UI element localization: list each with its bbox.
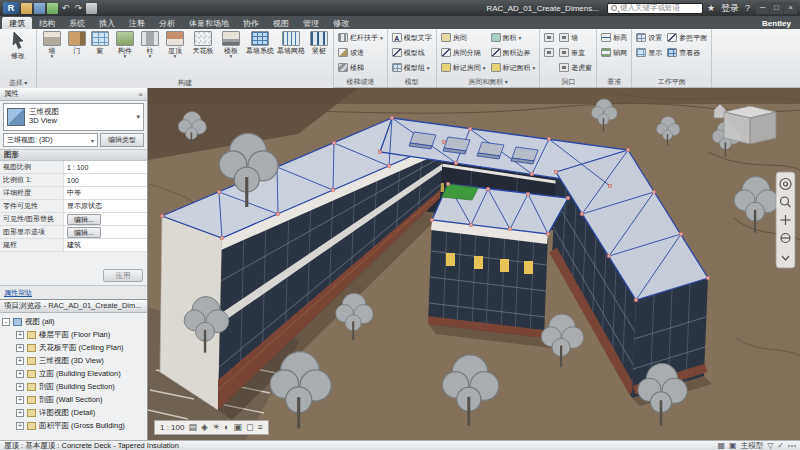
temporary-hide-icon[interactable]: ≡ [257,421,262,434]
expand-icon[interactable]: + [16,344,24,352]
panel-label-opening[interactable]: 洞口 [540,76,596,87]
by-face-opening-button[interactable] [542,30,556,45]
panel-label-room-area[interactable]: 房间和面积 [437,76,540,87]
mullion-button[interactable]: 竖梃 [307,30,331,76]
subscription-star-icon[interactable]: ★ [705,0,717,16]
properties-close-icon[interactable]: × [138,90,143,99]
column-button[interactable]: 柱 [139,30,161,76]
tab-annotate[interactable]: 注释 [122,17,152,29]
tree-root-views[interactable]: -视图 (all) [2,315,145,328]
tab-insert[interactable]: 插入 [92,17,122,29]
panel-label-select[interactable]: 选择 [0,77,36,88]
navigation-bar[interactable] [776,172,795,268]
window-button[interactable]: 窗 [89,30,111,76]
tree-item-area-plan[interactable]: +面积平面 (Gross Building) [2,419,145,432]
show-workplane-button[interactable]: 显示 [634,45,664,60]
tree-item-building-section[interactable]: +剖面 (Building Section) [2,380,145,393]
tab-massing-site[interactable]: 体量和场地 [182,17,236,29]
tree-item-wall-section[interactable]: +剖面 (Wall Section) [2,393,145,406]
ramp-button[interactable]: 坡道 [336,45,385,60]
tab-architecture[interactable]: 建筑 [2,17,32,29]
view-scale-value[interactable]: 1 : 100 [64,161,147,173]
tab-bentley[interactable]: Bentley [755,17,798,29]
discipline-value[interactable]: 建筑 [64,239,147,251]
sun-path-icon[interactable]: ☀ [212,421,220,434]
apply-button[interactable]: 应用 [103,269,143,282]
model-text-button[interactable]: A模型文字 [390,30,434,45]
resize-grip[interactable] [788,445,796,447]
room-button[interactable]: 房间 [439,30,488,45]
3d-view-canvas[interactable] [148,88,800,440]
print-icon[interactable] [86,3,97,14]
tree-item-detail[interactable]: +详图视图 (Detail) [2,406,145,419]
tag-room-button[interactable]: 标记房间 [439,60,488,75]
detail-level-icon[interactable]: ▤ [188,421,197,434]
detail-level-value[interactable]: 中等 [64,187,147,199]
collapse-icon[interactable]: - [2,318,10,326]
reveal-hidden-icon[interactable]: ◻ [246,421,253,434]
tree-item-floor-plan[interactable]: +楼层平面 (Floor Plan) [2,328,145,341]
level-button[interactable]: 标高 [599,30,629,45]
area-boundary-button[interactable]: 面积边界 [489,45,538,60]
tab-structure[interactable]: 结构 [32,17,62,29]
parts-visibility-value[interactable]: 显示原状态 [64,200,147,212]
expand-icon[interactable]: + [16,409,24,417]
wall-opening-button[interactable]: 墙 [557,30,594,45]
floor-button[interactable]: 楼板 [218,30,244,76]
stair-button[interactable]: 楼梯 [336,60,385,75]
select-toggle-icon[interactable]: ✓ [777,441,784,450]
ceiling-button[interactable]: 天花板 [189,30,217,76]
tab-collaborate[interactable]: 协作 [236,17,266,29]
area-button[interactable]: 面积 [489,30,538,45]
dormer-opening-button[interactable]: 老虎窗 [557,60,594,75]
crop-view-icon[interactable]: ▣ [233,421,242,434]
save-icon[interactable] [34,3,45,14]
graphic-options-edit-button[interactable]: 编辑... [67,227,101,238]
wall-button[interactable]: 墙 [39,30,65,76]
panel-label-work-plane[interactable]: 工作平面 [632,76,711,87]
curtain-grid-button[interactable]: 幕墙网格 [276,30,306,76]
tab-view[interactable]: 视图 [266,17,296,29]
maximize-button[interactable]: □ [770,2,783,14]
expand-icon[interactable]: + [16,396,24,404]
visibility-edit-button[interactable]: 编辑... [67,214,101,225]
shadows-icon[interactable]: ◐ [224,421,229,434]
search-input[interactable]: 键入关键字或短语 [607,3,703,14]
panel-label-datum[interactable]: 基准 [597,76,631,87]
tab-systems[interactable]: 系统 [62,17,92,29]
sync-icon[interactable] [47,3,58,14]
curtain-system-button[interactable]: 幕墙系统 [245,30,275,76]
component-button[interactable]: 构件 [112,30,138,76]
vertical-opening-button[interactable]: 垂直 [557,45,594,60]
help-icon[interactable]: ? [743,0,752,16]
scale-value-field[interactable]: 100 [64,174,147,186]
redo-icon[interactable]: ↷ [73,3,84,14]
close-button[interactable]: × [784,2,797,14]
panel-label-circulation[interactable]: 楼梯坡道 [334,76,387,87]
open-icon[interactable] [21,3,32,14]
modify-button[interactable]: 修改 [2,30,34,76]
viewer-button[interactable]: 查看器 [665,45,709,60]
panel-label-model[interactable]: 模型 [388,76,436,87]
properties-header[interactable]: 属性 × [0,88,147,101]
model-line-button[interactable]: 模型线 [390,45,434,60]
expand-icon[interactable]: + [16,422,24,430]
roof-button[interactable]: 屋顶 [162,30,188,76]
minimize-button[interactable]: ─ [756,2,769,14]
filter-icon[interactable]: ▽ [767,441,773,450]
tree-item-ceiling-plan[interactable]: +天花板平面 (Ceiling Plan) [2,341,145,354]
edit-type-button[interactable]: 编辑类型 [100,133,144,147]
undo-icon[interactable]: ↶ [60,3,71,14]
instance-combo[interactable]: 三维视图: (3D) [3,133,98,147]
door-button[interactable]: 门 [66,30,88,76]
tab-analyze[interactable]: 分析 [152,17,182,29]
tab-manage[interactable]: 管理 [296,17,326,29]
graphics-group-header[interactable]: 图形 [0,149,147,161]
set-workplane-button[interactable]: 设置 [634,30,664,45]
expand-icon[interactable]: + [16,331,24,339]
worksets-icon[interactable]: ▦ [718,441,726,450]
model-group-button[interactable]: 模型组 [390,60,434,75]
shaft-opening-button[interactable] [542,45,556,60]
ref-plane-button[interactable]: 参照平面 [665,30,709,45]
tree-item-3d-view[interactable]: +三维视图 (3D View) [2,354,145,367]
